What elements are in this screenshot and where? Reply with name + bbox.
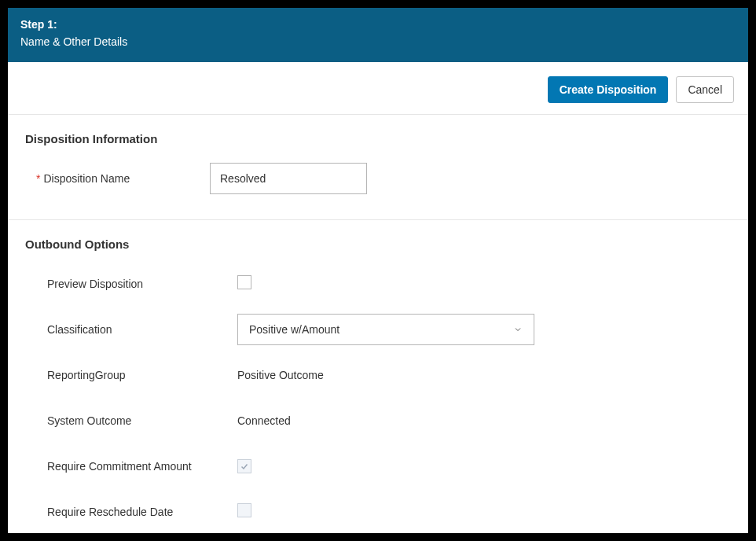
disposition-name-label: *Disposition Name [25, 171, 210, 186]
check-icon [240, 462, 249, 471]
disposition-name-input[interactable] [210, 163, 367, 194]
require-reschedule-label: Require Reschedule Date [25, 505, 237, 519]
systemoutcome-value: Connected [237, 414, 291, 427]
require-commitment-control [237, 459, 251, 474]
classification-value: Positive w/Amount [249, 323, 513, 336]
action-bar: Create Disposition Cancel [8, 62, 748, 115]
systemoutcome-control: Connected [237, 414, 291, 428]
classification-select[interactable]: Positive w/Amount [237, 314, 534, 345]
require-commitment-checkbox [237, 459, 251, 473]
cancel-button[interactable]: Cancel [676, 76, 734, 103]
step-label: Step 1: [20, 17, 736, 33]
require-reschedule-row: Require Reschedule Date [25, 496, 731, 528]
require-commitment-label: Require Commitment Amount [25, 459, 237, 473]
disposition-name-row: *Disposition Name [25, 163, 731, 194]
preview-disposition-checkbox[interactable] [237, 275, 251, 289]
require-commitment-row: Require Commitment Amount [25, 451, 731, 482]
preview-disposition-control [237, 275, 251, 293]
systemoutcome-row: System Outcome Connected [25, 405, 731, 436]
classification-label: Classification [25, 322, 237, 337]
disposition-name-control [210, 163, 367, 194]
systemoutcome-label: System Outcome [25, 414, 237, 428]
disposition-info-section: Disposition Information *Disposition Nam… [8, 115, 748, 212]
require-reschedule-control [237, 503, 251, 521]
required-indicator: * [36, 172, 40, 185]
require-reschedule-checkbox [237, 503, 251, 517]
outbound-options-title: Outbound Options [25, 237, 731, 251]
classification-row: Classification Positive w/Amount [25, 314, 731, 345]
reportinggroup-label: ReportingGroup [25, 368, 237, 382]
outbound-options-section: Outbound Options Preview Disposition Cla… [8, 220, 748, 533]
chevron-down-icon [513, 325, 523, 334]
reportinggroup-row: ReportingGroup Positive Outcome [25, 359, 731, 391]
create-disposition-button[interactable]: Create Disposition [548, 76, 669, 103]
form-header: Step 1: Name & Other Details [8, 8, 748, 62]
preview-disposition-row: Preview Disposition [25, 268, 731, 300]
step-subtitle: Name & Other Details [20, 35, 736, 50]
disposition-info-title: Disposition Information [25, 132, 731, 145]
classification-control: Positive w/Amount [237, 314, 534, 345]
preview-disposition-label: Preview Disposition [25, 277, 237, 291]
disposition-form-window: Step 1: Name & Other Details Create Disp… [8, 8, 748, 533]
reportinggroup-control: Positive Outcome [237, 368, 324, 382]
reportinggroup-value: Positive Outcome [237, 369, 324, 381]
